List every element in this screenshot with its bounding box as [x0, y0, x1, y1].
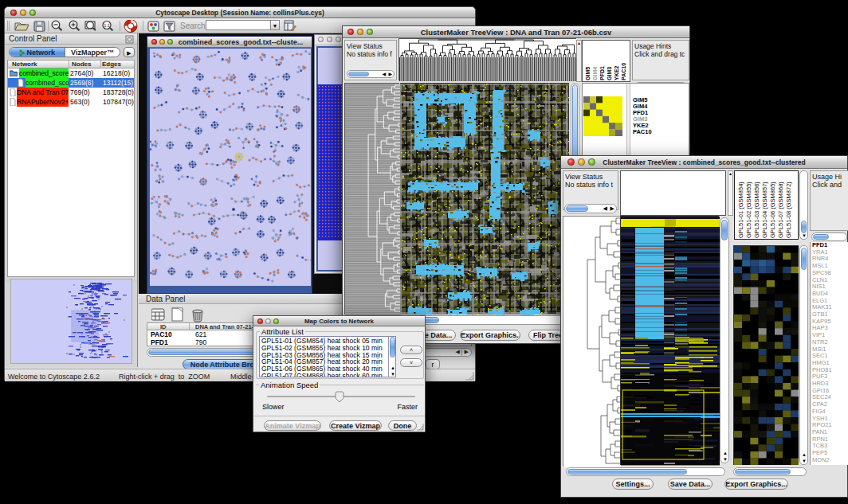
svg-text:1:1: 1:1 — [104, 23, 110, 28]
